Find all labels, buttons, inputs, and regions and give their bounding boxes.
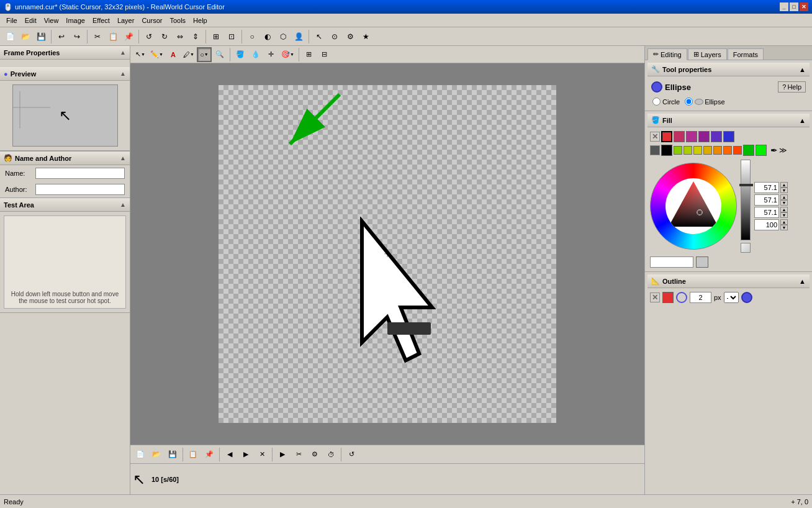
frame-prev-btn[interactable]: ◀: [222, 447, 237, 462]
swatch-yellow[interactable]: [693, 146, 702, 155]
menu-cursor[interactable]: Cursor: [138, 16, 166, 25]
hotspot-tool[interactable]: 🎯▼: [279, 47, 296, 62]
frame-next-btn[interactable]: ▶: [238, 447, 253, 462]
swatch-green1[interactable]: [674, 146, 682, 155]
frame-paste-btn[interactable]: 📌: [202, 447, 217, 462]
value-input[interactable]: [754, 207, 779, 218]
ellipse-radio[interactable]: [685, 98, 693, 106]
selection-tool[interactable]: ⊞: [302, 47, 317, 62]
alpha-input[interactable]: [754, 219, 779, 230]
frame-new-btn[interactable]: 📄: [133, 447, 148, 462]
swatch-bright-green[interactable]: [756, 145, 767, 156]
menu-image[interactable]: Image: [62, 16, 89, 25]
swatch-pink[interactable]: [674, 131, 685, 142]
menu-view[interactable]: View: [40, 16, 63, 25]
eyedropper-pick-icon[interactable]: ✒: [770, 145, 778, 155]
saturation-input[interactable]: [754, 194, 779, 206]
save-button[interactable]: 💾: [34, 29, 48, 44]
test-area-content[interactable]: Hold down left mouse button and move the…: [4, 215, 126, 309]
circle-option[interactable]: Circle: [652, 98, 680, 106]
undo-button[interactable]: ↩: [54, 29, 69, 44]
new-button[interactable]: 📄: [2, 29, 17, 44]
menu-tools[interactable]: Tools: [166, 16, 189, 25]
fill-collapse[interactable]: ▲: [799, 117, 806, 124]
minimize-button[interactable]: _: [780, 2, 788, 11]
swatch-purple2[interactable]: [698, 131, 710, 142]
hue-spin-down[interactable]: ▼: [780, 188, 788, 193]
gear-btn[interactable]: ⚙: [343, 29, 358, 44]
color-wheel[interactable]: [650, 163, 737, 250]
move-tool[interactable]: ✛: [264, 47, 279, 62]
outline-circle-stroke-btn[interactable]: [676, 292, 687, 303]
alpha-spin-up[interactable]: ▲: [780, 219, 788, 225]
frame-trim-btn[interactable]: ✂: [291, 447, 306, 462]
paste-button[interactable]: 📌: [121, 29, 136, 44]
alpha-spin-down[interactable]: ▼: [780, 225, 788, 230]
outline-filled-circle-btn[interactable]: [741, 292, 752, 303]
flip-h-button[interactable]: ⇔: [173, 29, 187, 44]
frame-open-btn[interactable]: 📂: [149, 447, 164, 462]
frame-save-btn[interactable]: 💾: [165, 447, 180, 462]
redo-button[interactable]: ↪: [70, 29, 84, 44]
swatch-red[interactable]: [661, 131, 672, 142]
menu-edit[interactable]: Edit: [21, 16, 40, 25]
cursor-arrow-btn[interactable]: ↖: [312, 29, 327, 44]
preview-collapse[interactable]: ▲: [120, 70, 126, 77]
preview-header[interactable]: ● Preview ▲: [0, 67, 130, 81]
frame-anim-btn[interactable]: ▶: [275, 447, 290, 462]
val-spin-up[interactable]: ▲: [780, 207, 788, 212]
fx-btn[interactable]: ⬡: [276, 29, 291, 44]
value-slider[interactable]: [741, 160, 751, 240]
frame-settings-btn[interactable]: ⚙: [307, 447, 322, 462]
frame-refresh-btn[interactable]: ↺: [344, 447, 359, 462]
outline-collapse[interactable]: ▲: [799, 278, 806, 285]
tool-props-collapse[interactable]: ▲: [799, 66, 806, 73]
no-outline-button[interactable]: ✕: [650, 293, 660, 302]
zoom-tool[interactable]: 🔍: [212, 47, 227, 62]
open-button[interactable]: 📂: [18, 29, 33, 44]
ellipse-option[interactable]: Ellipse: [685, 98, 724, 106]
outline-width-input[interactable]: [690, 292, 711, 303]
shadow-btn[interactable]: ◐: [260, 29, 275, 44]
menu-effect[interactable]: Effect: [89, 16, 114, 25]
rotate-right-button[interactable]: ↻: [157, 29, 172, 44]
brush-tool[interactable]: 🖊▼: [181, 47, 196, 62]
test-area-header[interactable]: Test Area ▲: [0, 198, 130, 212]
copy-button[interactable]: 📋: [106, 29, 120, 44]
hue-input[interactable]: [754, 182, 779, 193]
hue-spin-up[interactable]: ▲: [780, 182, 788, 188]
outline-style-dropdown[interactable]: —: [724, 292, 739, 303]
timer-btn[interactable]: ⊙: [327, 29, 342, 44]
circle-btn[interactable]: ○: [245, 29, 259, 44]
menu-help[interactable]: Help: [189, 16, 211, 25]
maximize-button[interactable]: □: [790, 2, 798, 11]
transform-button[interactable]: ⊡: [224, 29, 239, 44]
frame-properties-collapse[interactable]: ▲: [120, 49, 126, 56]
frame-copy-btn[interactable]: 📋: [186, 447, 201, 462]
frame-properties-header[interactable]: Frame Properties ▲: [0, 46, 130, 60]
swatch-orange-yellow[interactable]: [703, 146, 712, 155]
sat-spin-up[interactable]: ▲: [780, 194, 788, 200]
text-tool[interactable]: A: [166, 47, 181, 62]
alpha-color-swatch[interactable]: [696, 256, 708, 268]
swatch-orange-red[interactable]: [723, 146, 732, 155]
cut-button[interactable]: ✂: [90, 29, 105, 44]
tab-layers[interactable]: ⊞ Layers: [688, 48, 727, 60]
circle-radio[interactable]: [652, 98, 661, 106]
menu-layer[interactable]: Layer: [114, 16, 138, 25]
frame-delete-btn[interactable]: ✕: [255, 447, 269, 462]
author-input[interactable]: [35, 184, 125, 195]
flip-v-button[interactable]: ⇕: [188, 29, 203, 44]
portrait-btn[interactable]: 👤: [291, 29, 306, 44]
arrow-tool[interactable]: ↖▼: [133, 47, 148, 62]
name-author-collapse[interactable]: ▲: [120, 155, 126, 161]
pixel-canvas[interactable]: +: [219, 85, 556, 423]
resize-button[interactable]: ⊞: [209, 29, 223, 44]
val-spin-down[interactable]: ▼: [780, 212, 788, 218]
tab-editing[interactable]: ✏ Editing: [647, 48, 687, 60]
fill-tool[interactable]: 🪣: [233, 47, 248, 62]
swatch-green3[interactable]: [743, 145, 754, 156]
help-button[interactable]: ? Help: [778, 81, 806, 93]
swatch-green2[interactable]: [683, 146, 692, 155]
eyedropper-tool[interactable]: 💧: [248, 47, 263, 62]
